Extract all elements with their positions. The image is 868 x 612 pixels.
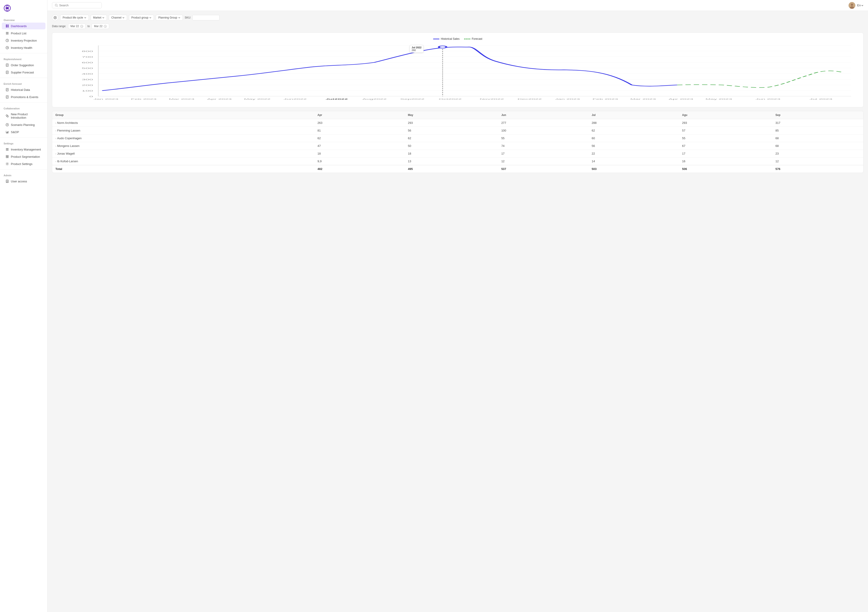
sidebar-item-historical-data[interactable]: Historical Data — [2, 86, 45, 93]
user-access-label: User access — [11, 180, 27, 183]
sidebar-item-saop[interactable]: S&OP — [2, 129, 45, 135]
sidebar-item-promotions-events[interactable]: Promotions & Events — [2, 94, 45, 100]
language-selector[interactable]: En — [857, 4, 863, 7]
total-may: 495 — [405, 165, 498, 173]
row-agu: 67 — [679, 142, 772, 150]
chevron-down-icon — [861, 4, 863, 6]
product-list-icon — [5, 31, 9, 35]
user-access-icon — [5, 180, 9, 183]
svg-rect-3 — [8, 25, 9, 26]
sidebar: Overview Dashboards Product List Invento… — [0, 0, 48, 612]
promotions-events-label: Promotions & Events — [11, 95, 38, 99]
sidebar-item-product-segmentation[interactable]: Product Segmentation — [2, 153, 45, 160]
row-jun: 277 — [498, 119, 589, 127]
row-apr: 18 — [315, 150, 405, 158]
historical-data-icon — [5, 88, 9, 91]
channel-filter[interactable]: Channel — [109, 15, 127, 20]
svg-point-42 — [8, 157, 9, 158]
product-seg-icon — [5, 155, 9, 158]
svg-text:May 2022: May 2022 — [244, 98, 271, 100]
svg-text:0: 0 — [89, 95, 93, 98]
row-sep: 23 — [772, 150, 863, 158]
saop-label: S&OP — [11, 130, 19, 134]
section-admin: Admin — [0, 171, 47, 178]
sidebar-item-order-suggestion[interactable]: Order Suggestion — [2, 62, 45, 68]
sidebar-item-inventory-health[interactable]: Inventory Health — [2, 44, 45, 51]
expand-icon[interactable]: › — [55, 137, 56, 139]
date-range-bar: Data range: Mar 22 to Mar 22 — [52, 23, 863, 29]
sidebar-item-product-settings[interactable]: Product Settings — [2, 160, 45, 167]
row-sep: 85 — [772, 127, 863, 135]
inventory-management-label: Inventory Management — [11, 148, 41, 151]
new-product-label: New Product Introduction — [11, 113, 42, 119]
row-may: 56 — [405, 127, 498, 135]
data-table-card: Group Apr May Jun Jul Agu Sep ›Norm Arch… — [52, 111, 863, 173]
sidebar-item-supplier-forecast[interactable]: Supplier Forecast — [2, 69, 45, 76]
section-replenishment: Replenishment — [0, 55, 47, 62]
row-jul: 288 — [589, 119, 679, 127]
sku-input[interactable] — [192, 15, 220, 20]
sidebar-item-inventory-management[interactable]: Inventory Management — [2, 146, 45, 153]
date-to-picker[interactable]: Mar 22 — [91, 23, 109, 29]
market-filter[interactable]: Market — [91, 15, 107, 20]
svg-text:Mar 2023: Mar 2023 — [631, 98, 656, 100]
planning-group-filter[interactable]: Planning Group — [156, 15, 183, 20]
row-jun: 100 — [498, 127, 589, 135]
row-agu: 55 — [679, 135, 772, 142]
svg-text:Dec2022: Dec2022 — [518, 98, 542, 100]
svg-text:Jul 2023: Jul 2023 — [809, 98, 832, 100]
svg-text:Oct2022: Oct2022 — [439, 98, 462, 100]
sidebar-item-inventory-projection[interactable]: Inventory Projection — [2, 37, 45, 44]
chevron-down-icon — [178, 17, 180, 19]
row-sep: 68 — [772, 135, 863, 142]
row-sep: 317 — [772, 119, 863, 127]
reset-filters-button[interactable] — [52, 14, 58, 21]
chart-legend: Historical Sales Forecast — [57, 37, 859, 40]
expand-icon[interactable]: › — [55, 122, 56, 124]
row-jun: 74 — [498, 142, 589, 150]
svg-point-39 — [6, 155, 7, 156]
sidebar-item-scenario-planning[interactable]: Scenario Planning — [2, 121, 45, 128]
row-may: 18 — [405, 150, 498, 158]
section-overview: Overview — [0, 16, 47, 22]
svg-text:Jan 2023: Jan 2023 — [555, 98, 580, 100]
search-box[interactable] — [52, 2, 102, 8]
row-agu: 17 — [679, 150, 772, 158]
chart-area: Jul 2022 260 — [57, 43, 859, 102]
row-name: ›Jonas Wagell — [52, 150, 315, 158]
date-from-picker[interactable]: Mar 22 — [68, 23, 86, 29]
sidebar-item-product-list[interactable]: Product List — [2, 30, 45, 37]
total-sep: 576 — [772, 165, 863, 173]
table-row: ›Mongens Lassen 47 50 74 56 67 68 — [52, 142, 863, 150]
svg-text:Apr 2023: Apr 2023 — [669, 98, 693, 100]
inventory-projection-label: Inventory Projection — [11, 39, 37, 42]
row-apr: 47 — [315, 142, 405, 150]
row-apr: 263 — [315, 119, 405, 127]
row-jun: 12 — [498, 158, 589, 165]
row-apr: 62 — [315, 135, 405, 142]
table-row: ›Ib Kofod-Larsen 9,9 13 12 14 16 12 — [52, 158, 863, 165]
search-input[interactable] — [59, 4, 95, 7]
sidebar-item-dashboards[interactable]: Dashboards — [2, 23, 45, 29]
product-group-filter[interactable]: Product group — [129, 15, 154, 20]
row-jul: 22 — [589, 150, 679, 158]
table-row: ›Flemming Lassen 81 56 100 62 57 85 — [52, 127, 863, 135]
row-may: 62 — [405, 135, 498, 142]
svg-text:Jun2022: Jun2022 — [284, 98, 307, 100]
section-settings: Settings — [0, 139, 47, 146]
expand-icon[interactable]: › — [55, 152, 56, 155]
svg-rect-8 — [6, 34, 9, 34]
sidebar-item-user-access[interactable]: User access — [2, 178, 45, 184]
svg-text:Feb 2023: Feb 2023 — [131, 98, 157, 100]
expand-icon[interactable]: › — [55, 129, 56, 132]
expand-icon[interactable]: › — [55, 145, 56, 147]
svg-rect-37 — [6, 149, 9, 150]
svg-text:Jan 2023: Jan 2023 — [93, 98, 118, 100]
chevron-down-icon — [122, 17, 124, 19]
expand-icon[interactable]: › — [55, 160, 56, 163]
col-agu: Agu — [679, 111, 772, 119]
sidebar-item-new-product[interactable]: New Product Introduction — [2, 111, 45, 121]
main-content: En Product life cycle Market Channel — [48, 0, 868, 612]
new-product-icon — [5, 114, 9, 118]
product-life-cycle-filter[interactable]: Product life cycle — [60, 15, 89, 20]
